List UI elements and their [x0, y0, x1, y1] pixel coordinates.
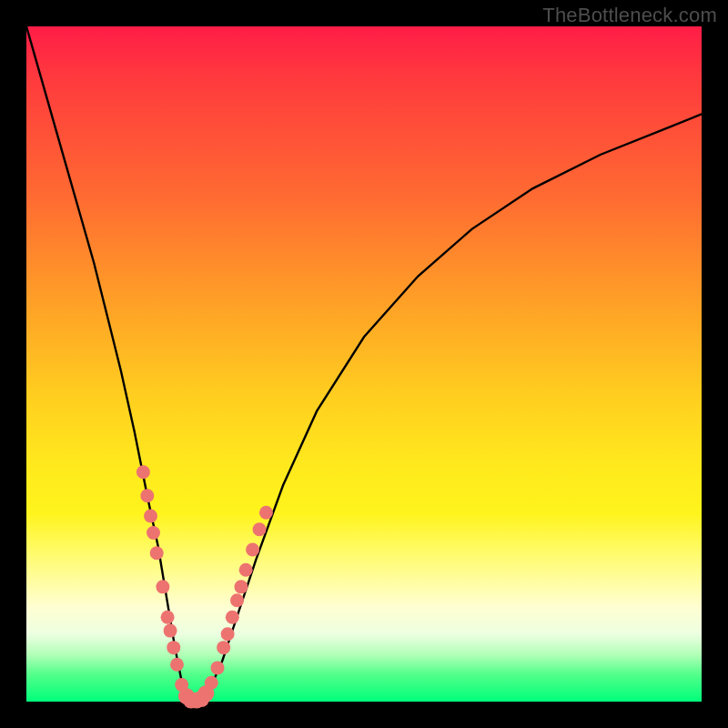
curve-marker — [226, 611, 239, 624]
curve-marker — [150, 546, 164, 560]
curve-marker — [239, 563, 253, 577]
bottleneck-curve — [26, 26, 702, 701]
curve-marker — [164, 624, 177, 638]
bottleneck-curve-svg — [26, 26, 702, 702]
curve-marker — [147, 526, 160, 540]
curve-marker — [252, 522, 266, 536]
curve-marker — [156, 580, 169, 593]
curve-marker — [259, 506, 273, 520]
curve-marker — [205, 676, 218, 690]
curve-marker — [170, 658, 184, 672]
curve-markers — [136, 465, 273, 708]
plot-area — [26, 26, 702, 702]
curve-marker — [167, 641, 180, 654]
curve-marker — [140, 489, 154, 502]
watermark-text: TheBottleneck.com — [542, 4, 717, 27]
curve-marker — [161, 611, 175, 624]
curve-marker — [144, 509, 157, 522]
curve-marker — [136, 465, 150, 479]
curve-marker — [221, 627, 235, 641]
curve-marker — [230, 593, 244, 607]
chart-frame: TheBottleneck.com — [0, 0, 728, 728]
curve-marker — [217, 641, 230, 654]
curve-marker — [246, 543, 259, 557]
curve-marker — [210, 661, 224, 674]
curve-marker — [234, 580, 248, 593]
